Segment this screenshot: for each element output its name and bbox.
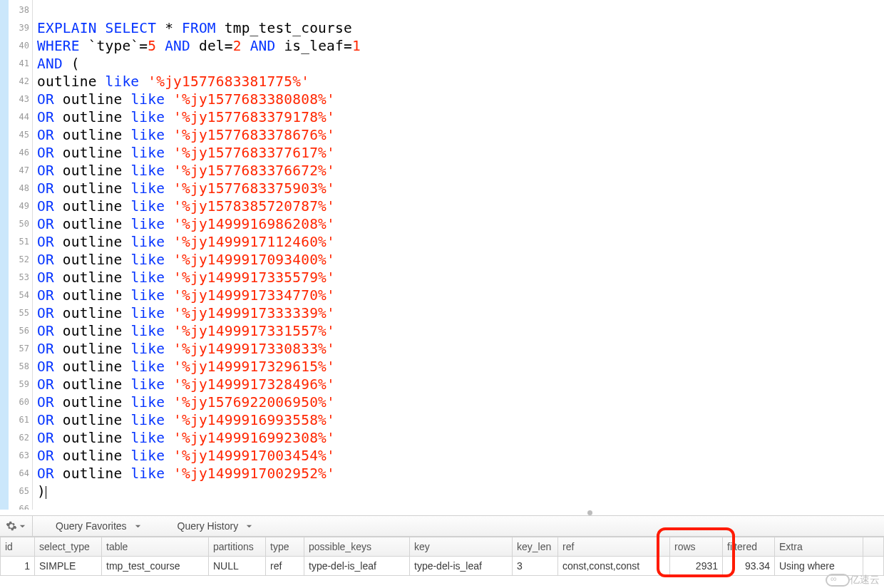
line-number: 60 xyxy=(9,393,32,411)
line-number: 62 xyxy=(9,429,32,447)
line-number: 43 xyxy=(9,91,32,108)
code-line[interactable]: OR outline like '%jy1578385720787%' xyxy=(37,197,884,215)
query-history-button[interactable]: Query History xyxy=(155,520,267,532)
code-line[interactable]: OR outline like '%jy1499917093400%' xyxy=(37,251,884,269)
code-line[interactable]: ) xyxy=(37,483,884,500)
code-line[interactable]: OR outline like '%jy1577683375903%' xyxy=(37,180,884,197)
cell-id[interactable]: 1 xyxy=(1,557,35,576)
column-header[interactable]: key xyxy=(410,537,513,557)
line-number: 58 xyxy=(9,358,32,376)
code-line[interactable] xyxy=(37,500,884,510)
cell-rows[interactable]: 2931 xyxy=(670,557,723,576)
cell-key_len[interactable]: 3 xyxy=(513,557,558,576)
cell-filtered[interactable]: 93.34 xyxy=(723,557,775,576)
chevron-down-icon xyxy=(19,522,26,530)
column-header[interactable]: ref xyxy=(558,537,670,557)
query-history-label: Query History xyxy=(178,520,239,532)
column-header[interactable]: Extra xyxy=(775,537,863,557)
cell-table[interactable]: tmp_test_course xyxy=(102,557,209,576)
code-line[interactable]: OR outline like '%jy1499917112460%' xyxy=(37,233,884,251)
column-header[interactable]: partitions xyxy=(209,537,266,557)
query-toolbar: Query Favorites Query History xyxy=(0,515,884,537)
cell-select_type[interactable]: SIMPLE xyxy=(35,557,102,576)
code-line[interactable]: OR outline like '%jy1577683379178%' xyxy=(37,108,884,126)
line-number: 48 xyxy=(9,180,32,197)
line-number: 59 xyxy=(9,376,32,393)
scroll-thumb-dot[interactable] xyxy=(587,510,592,515)
line-number: 56 xyxy=(9,322,32,340)
code-line[interactable]: OR outline like '%jy1499917328496%' xyxy=(37,376,884,393)
cell-blank xyxy=(863,557,884,576)
code-line[interactable]: OR outline like '%jy1499916992308%' xyxy=(37,429,884,447)
column-header-blank xyxy=(863,537,884,557)
table-header-row: idselect_typetablepartitionstypepossible… xyxy=(1,537,884,557)
line-number: 61 xyxy=(9,411,32,429)
cell-extra[interactable]: Using where xyxy=(775,557,863,576)
code-line[interactable]: OR outline like '%jy1499916993558%' xyxy=(37,411,884,429)
line-number: 44 xyxy=(9,108,32,126)
code-line[interactable]: OR outline like '%jy1576922006950%' xyxy=(37,393,884,411)
code-line[interactable]: OR outline like '%jy1499917003454%' xyxy=(37,447,884,465)
column-header[interactable]: filtered xyxy=(723,537,775,557)
code-line[interactable]: OR outline like '%jy1499917335579%' xyxy=(37,269,884,287)
sql-editor[interactable]: 3839404142434445464748495051525354555657… xyxy=(0,0,884,510)
code-line[interactable]: OR outline like '%jy1499916986208%' xyxy=(37,215,884,233)
line-number: 39 xyxy=(9,19,32,37)
code-line[interactable]: OR outline like '%jy1499917330833%' xyxy=(37,340,884,358)
line-number: 51 xyxy=(9,233,32,251)
column-header[interactable]: select_type xyxy=(35,537,102,557)
line-number: 53 xyxy=(9,269,32,287)
table-row[interactable]: 1SIMPLEtmp_test_courseNULLreftype-del-is… xyxy=(1,557,884,576)
line-number: 55 xyxy=(9,304,32,322)
cell-type[interactable]: ref xyxy=(266,557,304,576)
code-line[interactable]: outline like '%jy1577683381775%' xyxy=(37,73,884,91)
cell-possible_keys[interactable]: type-del-is_leaf xyxy=(304,557,410,576)
line-number: 46 xyxy=(9,144,32,162)
code-line[interactable]: OR outline like '%jy1499917334770%' xyxy=(37,287,884,304)
line-number: 41 xyxy=(9,55,32,73)
horizontal-scroll-indicator xyxy=(0,510,884,515)
cell-ref[interactable]: const,const,const xyxy=(558,557,670,576)
line-number: 38 xyxy=(9,1,32,19)
line-number-gutter: 3839404142434445464748495051525354555657… xyxy=(9,0,33,510)
column-header[interactable]: key_len xyxy=(513,537,558,557)
gear-icon xyxy=(6,520,17,532)
line-number: 49 xyxy=(9,197,32,215)
explain-result-table[interactable]: idselect_typetablepartitionstypepossible… xyxy=(0,537,884,576)
line-number: 42 xyxy=(9,73,32,91)
code-line[interactable]: WHERE `type`=5 AND del=2 AND is_leaf=1 xyxy=(37,37,884,55)
code-line[interactable]: OR outline like '%jy1577683380808%' xyxy=(37,91,884,108)
code-line[interactable]: AND ( xyxy=(37,55,884,73)
editor-margin xyxy=(0,0,9,510)
code-line[interactable] xyxy=(37,1,884,19)
line-number: 57 xyxy=(9,340,32,358)
code-line[interactable]: OR outline like '%jy1499917002952%' xyxy=(37,465,884,483)
line-number: 54 xyxy=(9,287,32,304)
code-line[interactable]: OR outline like '%jy1577683378676%' xyxy=(37,126,884,144)
code-line[interactable]: OR outline like '%jy1577683377617%' xyxy=(37,144,884,162)
column-header[interactable]: table xyxy=(102,537,209,557)
column-header[interactable]: type xyxy=(266,537,304,557)
line-number: 40 xyxy=(9,37,32,55)
column-header[interactable]: possible_keys xyxy=(304,537,410,557)
code-line[interactable]: OR outline like '%jy1499917331557%' xyxy=(37,322,884,340)
code-line[interactable]: EXPLAIN SELECT * FROM tmp_test_course xyxy=(37,19,884,37)
settings-menu-button[interactable] xyxy=(0,516,33,536)
code-line[interactable]: OR outline like '%jy1499917329615%' xyxy=(37,358,884,376)
column-header[interactable]: rows xyxy=(670,537,723,557)
code-content[interactable]: EXPLAIN SELECT * FROM tmp_test_courseWHE… xyxy=(33,0,884,510)
cell-key[interactable]: type-del-is_leaf xyxy=(410,557,513,576)
chevron-down-icon xyxy=(245,522,253,530)
query-favorites-button[interactable]: Query Favorites xyxy=(33,520,155,532)
column-header[interactable]: id xyxy=(1,537,35,557)
code-line[interactable]: OR outline like '%jy1577683376672%' xyxy=(37,162,884,180)
code-line[interactable]: OR outline like '%jy1499917333339%' xyxy=(37,304,884,322)
line-number: 52 xyxy=(9,251,32,269)
line-number: 64 xyxy=(9,465,32,483)
query-favorites-label: Query Favorites xyxy=(56,520,127,532)
cell-partitions[interactable]: NULL xyxy=(209,557,266,576)
line-number: 50 xyxy=(9,215,32,233)
result-pane: idselect_typetablepartitionstypepossible… xyxy=(0,537,884,576)
text-cursor xyxy=(46,486,46,499)
chevron-down-icon xyxy=(134,522,142,530)
